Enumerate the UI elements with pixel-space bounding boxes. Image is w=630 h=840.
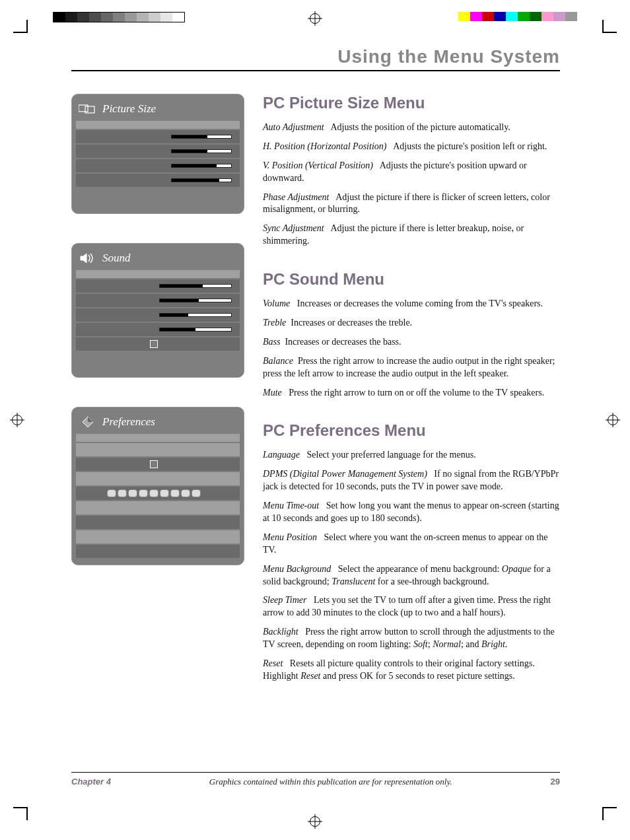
crop-mark <box>13 807 26 808</box>
section-sound: PC Sound Menu Volume Increases or decrea… <box>263 270 560 399</box>
crop-mark <box>604 807 617 808</box>
definition: Phase Adjustment Adjust the picture if t… <box>263 192 560 217</box>
osd-row <box>76 294 240 307</box>
registration-mark <box>310 816 320 827</box>
picture-size-icon <box>79 103 97 115</box>
sidebar: Picture Size Sound <box>71 94 244 705</box>
osd-row <box>76 130 240 143</box>
chapter-label: Chapter 4 <box>71 777 111 787</box>
osd-row <box>76 530 240 543</box>
osd-row <box>76 458 240 471</box>
grayscale-swatches <box>53 12 185 22</box>
definition: Volume Increases or decreases the volume… <box>263 298 560 310</box>
definition: DPMS (Digital Power Management System) I… <box>263 468 560 493</box>
definition: Reset Resets all picture quality control… <box>263 658 560 683</box>
registration-mark <box>608 415 618 425</box>
definition: V. Position (Vertical Position) Adjusts … <box>263 160 560 185</box>
osd-row <box>76 159 240 172</box>
definition: Balance Press the right arrow to increas… <box>263 355 560 380</box>
definition: Sleep Timer Lets you set the TV to turn … <box>263 594 560 619</box>
osd-row <box>76 487 240 500</box>
definition: Mute Press the right arrow to turn on or… <box>263 387 560 400</box>
footer-note: Graphics contained within this publicati… <box>209 777 452 787</box>
crop-mark <box>26 807 28 820</box>
definition: Menu Position Select where you want the … <box>263 532 560 557</box>
crop-mark <box>602 807 604 820</box>
definition: Auto Adjustment Adjusts the position of … <box>263 122 560 134</box>
registration-mark <box>12 415 22 425</box>
osd-sound: Sound <box>71 243 244 378</box>
preferences-icon <box>79 416 97 428</box>
osd-row <box>76 308 240 322</box>
definition: Backlight Press the right arrow button t… <box>263 626 560 651</box>
definition: Bass Increases or decreases the bass. <box>263 336 560 349</box>
definition: Language Select your preferred language … <box>263 449 560 462</box>
definition: Menu Background Select the appearance of… <box>263 563 560 588</box>
crop-mark <box>13 32 26 33</box>
definition: Sync Adjustment Adjust the picture if th… <box>263 223 560 248</box>
section-picture-size: PC Picture Size Menu Auto Adjustment Adj… <box>263 94 560 248</box>
sound-icon <box>79 252 97 264</box>
osd-row <box>76 501 240 514</box>
osd-row <box>76 279 240 293</box>
osd-row <box>76 323 240 336</box>
osd-row <box>76 443 240 456</box>
color-swatches <box>458 12 577 21</box>
osd-picture-size: Picture Size <box>71 94 244 214</box>
section-preferences: PC Preferences Menu Language Select your… <box>263 421 560 682</box>
osd-row <box>76 516 240 529</box>
crop-mark <box>604 32 617 33</box>
osd-row <box>76 545 240 558</box>
crop-mark <box>26 20 28 33</box>
definition: Treble Increases or decreases the treble… <box>263 317 560 330</box>
crop-mark <box>602 20 604 33</box>
page-footer: Chapter 4 Graphics contained within this… <box>71 772 560 787</box>
osd-row <box>76 472 240 485</box>
page-number: 29 <box>551 777 560 787</box>
section-heading: PC Sound Menu <box>263 270 560 289</box>
osd-row <box>76 145 240 158</box>
definition: Menu Time-out Set how long you want the … <box>263 500 560 525</box>
page-title: Using the Menu System <box>71 46 560 71</box>
registration-mark <box>310 13 320 24</box>
section-heading: PC Picture Size Menu <box>263 94 560 112</box>
osd-row <box>76 174 240 187</box>
section-heading: PC Preferences Menu <box>263 421 560 440</box>
osd-preferences: Preferences <box>71 407 244 565</box>
osd-title: Preferences <box>102 415 155 429</box>
osd-title: Sound <box>102 252 131 265</box>
definition: H. Position (Horizontal Position) Adjust… <box>263 141 560 153</box>
osd-row <box>76 337 240 351</box>
osd-title: Picture Size <box>102 102 156 116</box>
main-content: PC Picture Size Menu Auto Adjustment Adj… <box>263 94 560 705</box>
